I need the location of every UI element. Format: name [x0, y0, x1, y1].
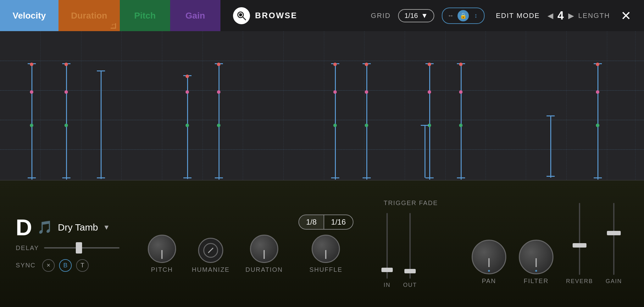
reverb-group: REVERB: [566, 203, 593, 285]
sync-btn-b[interactable]: B: [59, 259, 72, 272]
svg-line-5: [208, 248, 213, 253]
reverb-thumb[interactable]: [573, 243, 586, 248]
instrument-icon: 🎵: [37, 220, 53, 235]
v-line-6: [243, 31, 243, 180]
humanize-label: HUMANIZE: [192, 266, 230, 273]
instrument-dropdown-arrow[interactable]: ▼: [103, 223, 110, 232]
stem-4-dot-green: [186, 124, 189, 127]
sync-label: SYNC: [16, 262, 38, 269]
h-line-4: [0, 149, 644, 150]
browse-icon[interactable]: [233, 7, 250, 24]
delay-slider-track[interactable]: [44, 247, 119, 248]
frac-1-16-btn[interactable]: 1/16: [324, 215, 353, 229]
chevron-down-icon: ▼: [421, 12, 428, 20]
stem-8-bottom: [425, 177, 434, 178]
trigger-in-label: IN: [384, 282, 391, 288]
pitch-knob[interactable]: [148, 235, 176, 263]
humanize-btn[interactable]: [198, 238, 223, 263]
sequencer[interactable]: [0, 31, 644, 181]
stem-12-top: [421, 125, 429, 126]
delay-row: DELAY: [16, 244, 129, 252]
stem-12-dot-green: [596, 124, 599, 127]
stem-4-bottom: [183, 177, 192, 178]
tab-gain[interactable]: Gain: [170, 0, 220, 31]
shuffle-group: 1/8 1/16 SHUFFLE: [298, 215, 353, 273]
reverb-track[interactable]: [579, 203, 580, 275]
duration-knob[interactable]: [250, 235, 278, 263]
stem-8-head-dot: [428, 63, 431, 66]
pan-label: PAN: [482, 277, 496, 285]
next-icon[interactable]: ▶: [568, 11, 574, 20]
humanize-group: HUMANIZE: [192, 238, 230, 273]
trigger-in-thumb[interactable]: [381, 268, 393, 272]
stem-4-head-dot: [186, 75, 189, 78]
browse-area: BROWSE: [220, 0, 361, 31]
gain-group: GAIN: [606, 203, 622, 285]
tab-velocity[interactable]: Velocity: [0, 0, 58, 31]
stem-7[interactable]: [366, 63, 367, 180]
stem-10[interactable]: [550, 115, 551, 178]
trigger-in-group: IN: [384, 213, 391, 288]
trigger-out-thumb[interactable]: [404, 269, 416, 273]
stem-7-dot-pink: [365, 90, 368, 94]
sync-btn-t[interactable]: T: [76, 259, 89, 272]
trigger-out-group: OUT: [403, 213, 417, 288]
stem-1[interactable]: [31, 63, 32, 180]
stem-9[interactable]: [461, 63, 462, 180]
controls-section: PITCH HUMANIZE DURATION 1/8 1/16 SHU: [129, 215, 380, 273]
prev-icon[interactable]: ◀: [547, 11, 553, 20]
pan-knob-group: PAN: [472, 240, 506, 285]
v-line-16: [635, 31, 636, 180]
stem-11-head-dot: [596, 63, 599, 66]
gain-track[interactable]: [613, 203, 614, 275]
trigger-fade-label: TRIGGER FADE: [384, 199, 459, 207]
length-value: 4: [558, 9, 564, 22]
lock-icon[interactable]: 🔒: [458, 10, 469, 21]
trigger-out-track[interactable]: [409, 213, 411, 279]
v-line-7: [283, 31, 284, 180]
stem-1-head-dot: [30, 63, 33, 66]
stem-8[interactable]: [429, 63, 430, 180]
tab-gain-label: Gain: [186, 11, 205, 21]
stem-2-head-dot: [64, 63, 68, 66]
filter-knob[interactable]: [519, 240, 553, 274]
stem-6[interactable]: [335, 63, 336, 180]
tab-velocity-label: Velocity: [13, 11, 46, 21]
browse-label[interactable]: BROWSE: [255, 11, 297, 20]
duration-label: DURATION: [245, 266, 283, 273]
reverb-label: REVERB: [566, 278, 593, 285]
filter-label: FILTER: [524, 277, 548, 285]
h-line-2: [0, 90, 644, 91]
arrow-left-icon[interactable]: ↔: [445, 10, 456, 21]
stem-12[interactable]: [425, 125, 425, 178]
grid-container: [0, 31, 644, 180]
sync-btn-x[interactable]: ×: [42, 259, 55, 272]
arrow-up-down-icon[interactable]: ↕: [470, 10, 481, 21]
close-button[interactable]: ✕: [618, 8, 635, 23]
duration-corner-mark: ⌐: [112, 21, 115, 28]
h-line-1: [0, 61, 644, 61]
tab-duration[interactable]: Duration ⌐: [58, 0, 120, 31]
frac-1-8-btn[interactable]: 1/8: [299, 215, 324, 229]
v-line-13: [526, 31, 526, 180]
stem-11[interactable]: [597, 63, 598, 180]
trigger-in-track[interactable]: [386, 213, 388, 279]
frac-pair: 1/8 1/16: [298, 215, 353, 230]
stem-5[interactable]: [219, 63, 219, 180]
delay-label: DELAY: [16, 244, 39, 252]
svg-line-1: [243, 17, 246, 20]
gain-thumb[interactable]: [607, 231, 621, 235]
v-line-11: [445, 31, 446, 180]
v-line-2: [81, 31, 81, 180]
delay-slider-thumb[interactable]: [76, 242, 82, 254]
stem-7-bottom: [363, 177, 371, 178]
stem-3[interactable]: [101, 70, 102, 179]
grid-select[interactable]: 1/16 ▼: [398, 9, 434, 22]
shuffle-knob[interactable]: [312, 235, 340, 263]
tab-pitch[interactable]: Pitch: [120, 0, 170, 31]
edit-mode-controls[interactable]: ↔ 🔒 ↕: [442, 8, 485, 24]
pan-knob[interactable]: [472, 240, 506, 274]
v-line-3: [121, 31, 122, 180]
stem-2[interactable]: [66, 63, 67, 180]
gain-label: GAIN: [606, 278, 622, 285]
